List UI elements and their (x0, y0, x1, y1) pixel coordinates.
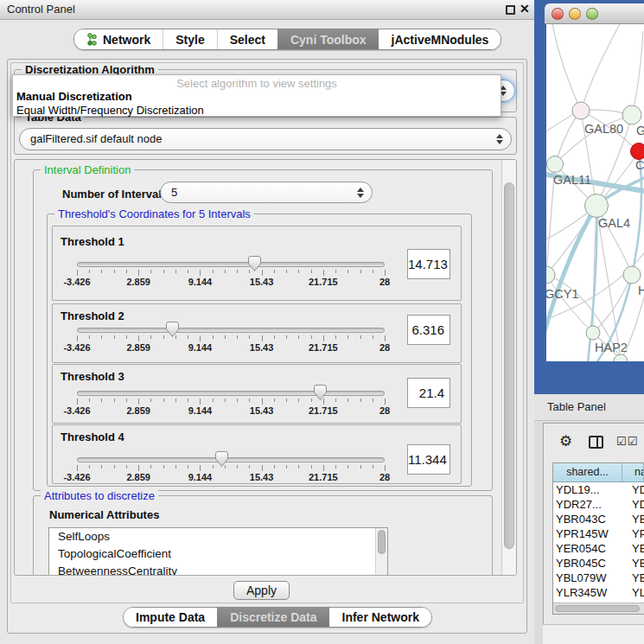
tab-jactivemnodules[interactable]: jActiveMNodules (379, 29, 501, 49)
tab-network[interactable]: Network (74, 29, 163, 49)
slider-tick-label: -3.426 (49, 405, 105, 416)
slider-major-tick (138, 399, 139, 405)
slider-minor-tick (89, 270, 90, 273)
network-node-hap2[interactable] (586, 326, 600, 340)
slider-major-tick (200, 335, 201, 341)
settings-scrollbar[interactable] (501, 160, 516, 575)
tab-infer-network[interactable]: Infer Network (329, 608, 431, 627)
select-columns-icons[interactable]: ☑☑ (616, 435, 638, 448)
threshold-slider-track[interactable] (77, 262, 385, 267)
network-node-gcy1[interactable] (546, 266, 555, 284)
slider-tick-label: 21.715 (296, 472, 351, 482)
slider-minor-tick (286, 270, 287, 273)
group-title-interval-definition: Interval Definition (41, 163, 134, 176)
table-row[interactable]: YBR043CYBR0 (553, 512, 644, 526)
popup-option-manual-discretization[interactable]: Manual Discretization (13, 90, 501, 104)
float-window-icon[interactable] (506, 5, 515, 15)
slider-major-tick (323, 335, 324, 341)
slider-minor-tick (150, 465, 151, 469)
table-row[interactable]: YLR345WYLR3 (553, 585, 644, 600)
attribute-item-topologicalcoefficient[interactable]: TopologicalCoefficient (49, 545, 387, 563)
tab-discretize-data[interactable]: Discretize Data (217, 608, 328, 627)
slider-tick-label: 28 (357, 472, 412, 482)
threshold-value-field[interactable]: 11.344 (407, 444, 450, 475)
tab-style[interactable]: Style (163, 29, 216, 49)
close-traffic-light[interactable] (552, 8, 564, 20)
threshold-slider-thumb[interactable] (314, 385, 327, 400)
network-node-c[interactable] (631, 143, 644, 160)
scrollbar-thumb[interactable] (378, 530, 386, 554)
threshold-slider-thumb[interactable] (166, 322, 179, 337)
slider-tick-label: 28 (357, 405, 412, 416)
threshold-slider-track[interactable] (77, 328, 385, 333)
threshold-slider-track[interactable] (77, 457, 385, 462)
table-row[interactable]: YER054CYER0 (553, 541, 644, 556)
slider-minor-tick (348, 399, 348, 402)
tab-cyni-toolbox[interactable]: Cyni Toolbox (277, 29, 379, 49)
table-row[interactable]: YDR27...YDR2 (553, 497, 644, 512)
table-row[interactable]: YPR145WYPR1 (553, 526, 644, 541)
network-node-label: GAL4 (598, 216, 630, 230)
attribute-item-selfloops[interactable]: SelfLoops (49, 528, 387, 545)
table-row[interactable]: YDL19...YDL1 (553, 482, 644, 497)
tab-impute-data[interactable]: Impute Data (124, 608, 217, 627)
slider-minor-tick (89, 335, 90, 339)
threshold-value-field[interactable]: 6.316 (407, 315, 450, 345)
scrollbar-thumb[interactable] (504, 182, 514, 549)
scrollbar-thumb[interactable] (555, 605, 640, 612)
network-node-gal4[interactable] (585, 194, 609, 218)
slider-minor-tick (188, 399, 188, 402)
slider-minor-tick (360, 270, 361, 273)
slider-minor-tick (126, 465, 127, 469)
threshold-slider-thumb[interactable] (248, 256, 261, 271)
threshold-slider-track[interactable] (77, 391, 385, 396)
table-data-combo[interactable]: galFiltered.sif default node (19, 128, 512, 150)
network-node-h[interactable] (623, 266, 641, 284)
threshold-value-field[interactable]: 14.713 (407, 249, 450, 279)
popup-option-equal-width-frequency[interactable]: Equal Width/Frequency Discretization (13, 104, 501, 118)
table-row[interactable]: YBR045CYBR0 (553, 556, 644, 571)
threshold-slider-thumb[interactable] (215, 451, 228, 467)
split-view-icon[interactable] (589, 436, 603, 449)
table-cell-name: YDL1 (622, 482, 644, 497)
network-node-gal80[interactable] (572, 102, 590, 119)
attribute-item-betweennesscentrality[interactable]: BetweennessCentrality (49, 563, 387, 576)
table-cell-shared-name: YER054C (553, 541, 622, 556)
column-header-name[interactable]: na (622, 463, 644, 481)
table-cell-name: YPR1 (622, 526, 644, 541)
table-cell-name: YDR2 (622, 497, 644, 512)
slider-minor-tick (274, 399, 275, 402)
combo-spinner[interactable] (357, 188, 364, 198)
number-of-intervals-combo[interactable]: 5 (160, 182, 373, 203)
bottom-tabstrip: Impute DataDiscretize DataInfer Network (123, 607, 432, 628)
network-node-label: H (638, 284, 644, 297)
network-window-titlebar (545, 3, 644, 24)
slider-minor-tick (126, 270, 127, 273)
close-icon[interactable]: ✕ (520, 2, 530, 16)
minimize-traffic-light[interactable] (569, 8, 581, 20)
network-node-g[interactable] (622, 105, 641, 124)
column-header-shared-name[interactable]: shared... (553, 463, 622, 481)
zoom-traffic-light[interactable] (586, 8, 598, 20)
network-node-gal11[interactable] (547, 156, 564, 173)
number-of-intervals-label: Number of Intervals (62, 188, 168, 201)
attributes-scrollbar[interactable] (375, 528, 387, 576)
table-horizontal-scrollbar[interactable] (553, 603, 644, 614)
settings-scroll-area: Interval Definition Number of Intervals … (14, 159, 517, 576)
network-canvas[interactable]: GAL80GCGAL11GAL4GCY1HHAP2 (546, 24, 644, 361)
slider-major-tick (385, 270, 386, 276)
slider-tick-label: 2.859 (111, 405, 166, 416)
tab-label: Discretize Data (230, 610, 316, 624)
apply-button[interactable]: Apply (233, 581, 290, 600)
table-row[interactable]: YBL079WYBL0 (553, 571, 644, 585)
network-node[interactable] (614, 354, 628, 361)
threshold-label: Threshold 4 (61, 430, 124, 443)
slider-minor-tick (163, 399, 164, 402)
slider-major-tick (200, 270, 201, 276)
slider-tick-label: -3.426 (49, 277, 105, 287)
slider-minor-tick (175, 270, 176, 273)
combo-spinner[interactable] (496, 134, 503, 144)
gear-icon[interactable]: ⚙ (559, 432, 572, 450)
threshold-value-field[interactable]: 21.4 (407, 378, 450, 408)
tab-select[interactable]: Select (217, 29, 277, 49)
